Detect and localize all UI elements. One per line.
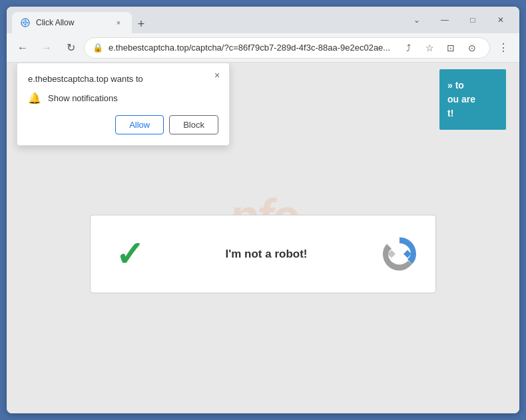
extensions-button[interactable]: ⊡ [441,39,460,57]
back-button[interactable]: ← [12,37,33,59]
lock-icon: 🔒 [93,43,103,53]
recaptcha-logo [380,234,419,274]
teal-banner: » to ou are t! [439,69,506,130]
page-content: pfc fishguard » to ou are t! × e.thebest… [7,63,519,413]
new-tab-button[interactable]: + [132,15,150,33]
notification-popup: × e.thebestcaptcha.top wants to 🔔 Show n… [17,63,230,146]
profile-button[interactable]: ⊙ [463,39,481,57]
navigation-bar: ← → ↻ 🔒 e.thebestcaptcha.top/captcha/?c=… [7,33,519,63]
browser-tab[interactable]: Click Allow × [12,12,132,33]
check-icon: ✓ [115,236,144,271]
popup-close-button[interactable]: × [210,69,224,82]
captcha-label: I'm not a robot! [166,247,366,260]
close-button[interactable]: ✕ [487,10,514,30]
popup-notification-text: Show notifications [48,93,118,103]
window-controls: ⌄ — □ ✕ [403,10,514,30]
popup-title: e.thebestcaptcha.top wants to [28,74,205,84]
block-button[interactable]: Block [169,115,218,134]
share-button[interactable]: ⤴ [399,39,417,57]
address-bar[interactable]: 🔒 e.thebestcaptcha.top/captcha/?c=86f79c… [84,37,490,59]
minimize-button[interactable]: — [431,10,458,30]
captcha-box: ✓ I'm not a robot! [90,214,436,293]
captcha-checkmark: ✓ [107,234,153,274]
teal-line3: t! [447,106,498,120]
browser-window: Click Allow × + ⌄ — □ ✕ ← → ↻ 🔒 e.thebes… [7,7,519,413]
menu-button[interactable]: ⋮ [493,37,514,59]
teal-line1: » to [447,79,498,93]
title-bar: Click Allow × + ⌄ — □ ✕ [7,7,519,33]
address-text: e.thebestcaptcha.top/captcha/?c=86f79cb7… [109,43,394,53]
tab-area: Click Allow × + [12,7,395,33]
forward-button[interactable]: → [36,37,57,59]
allow-button[interactable]: Allow [115,115,164,134]
popup-notification-row: 🔔 Show notifications [28,92,218,105]
refresh-button[interactable]: ↻ [60,37,81,59]
bookmark-button[interactable]: ☆ [420,39,439,57]
popup-buttons: Allow Block [28,115,218,134]
tab-favicon [20,17,31,28]
teal-line2: ou are [447,93,498,106]
tab-close-button[interactable]: × [113,17,124,28]
address-actions: ⤴ ☆ ⊡ ⊙ [399,39,481,57]
maximize-button[interactable]: □ [459,10,486,30]
chevron-down-control[interactable]: ⌄ [403,10,430,30]
tab-title: Click Allow [36,18,108,27]
bell-icon: 🔔 [28,92,41,105]
